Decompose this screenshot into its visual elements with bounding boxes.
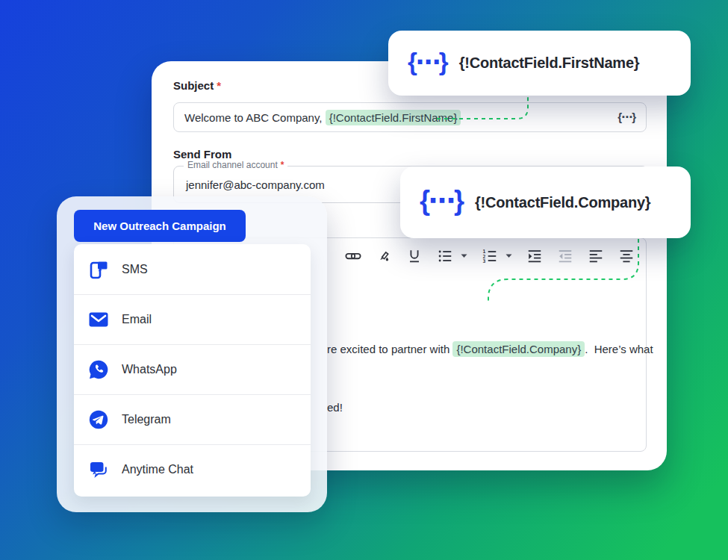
variable-tooltip-company[interactable]: {⋯} {!ContactField.Company}: [400, 167, 691, 238]
numbered-list-icon[interactable]: 123: [481, 247, 499, 265]
subject-input[interactable]: Welcome to ABC Company, {!ContactField.F…: [173, 102, 647, 132]
editor-body[interactable]: re excited to partner with {!ContactFiel…: [327, 301, 653, 456]
whatsapp-icon: [87, 358, 110, 381]
menu-item-sms[interactable]: SMS: [74, 244, 311, 294]
body-text-suffix: . Here’s what: [585, 343, 653, 355]
subject-label-text: Subject: [173, 79, 214, 92]
body-line-2: ed!: [327, 398, 653, 417]
menu-item-email[interactable]: Email: [74, 294, 311, 344]
menu-item-label: Email: [122, 313, 152, 326]
menu-item-whatsapp[interactable]: WhatsApp: [74, 344, 311, 394]
variable-tooltip-label: {!ContactField.Company}: [475, 194, 650, 211]
email-account-label-text: Email channel account: [187, 160, 278, 170]
menu-item-telegram[interactable]: Telegram: [74, 394, 311, 444]
editor-toolbar: 123: [344, 246, 635, 267]
firstname-token-chip[interactable]: {!ContactField.FirstName}: [326, 110, 461, 125]
align-center-icon[interactable]: [617, 247, 635, 265]
subject-label: Subject*: [173, 79, 221, 92]
svg-text:3: 3: [482, 258, 485, 264]
numbered-list-caret-icon[interactable]: [505, 247, 513, 265]
bulleted-list-icon[interactable]: [436, 247, 454, 265]
menu-item-label: Anytime Chat: [122, 463, 193, 476]
variable-tooltip-firstname[interactable]: {⋯} {!ContactField.FirstName}: [388, 31, 691, 96]
body-line-1: re excited to partner with {!ContactFiel…: [327, 340, 653, 359]
menu-item-label: WhatsApp: [122, 363, 177, 376]
anytime-chat-icon: [87, 458, 110, 481]
highlight-icon[interactable]: [375, 247, 393, 265]
indent-decrease-icon[interactable]: [556, 247, 574, 265]
bulleted-list-caret-icon[interactable]: [461, 247, 468, 265]
email-icon: [87, 308, 110, 331]
body-text-prefix: re excited to partner with: [327, 343, 452, 355]
campaign-panel: New Outreach Campaign SMS: [57, 196, 327, 512]
braces-icon: {⋯}: [420, 185, 463, 217]
menu-item-label: SMS: [122, 263, 148, 276]
subject-required-asterisk: *: [217, 79, 221, 92]
braces-icon: {⋯}: [408, 47, 447, 76]
sms-icon: [87, 258, 110, 281]
email-required-asterisk: *: [281, 160, 284, 170]
align-left-icon[interactable]: [587, 247, 605, 265]
new-outreach-campaign-button[interactable]: New Outreach Campaign: [74, 210, 246, 242]
company-token-chip[interactable]: {!ContactField.Company}: [452, 341, 585, 357]
underline-icon[interactable]: [405, 247, 423, 265]
send-from-heading: Send From: [173, 148, 231, 161]
telegram-icon: [87, 408, 110, 431]
channel-menu: SMS Email WhatsApp: [74, 244, 311, 497]
variable-tooltip-label: {!ContactField.FirstName}: [459, 55, 640, 72]
indent-increase-icon[interactable]: [526, 247, 544, 265]
menu-item-label: Telegram: [122, 413, 171, 426]
email-account-value: jennifer@abc-company.com: [186, 178, 325, 191]
insert-variable-icon[interactable]: {⋯}: [617, 111, 635, 124]
page-background: Subject* Welcome to ABC Company, {!Conta…: [0, 0, 728, 560]
menu-item-anytime-chat[interactable]: Anytime Chat: [74, 444, 311, 494]
subject-value-prefix: Welcome to ABC Company,: [184, 111, 326, 124]
link-icon[interactable]: [344, 247, 362, 265]
email-account-label: Email channel account*: [184, 160, 287, 170]
